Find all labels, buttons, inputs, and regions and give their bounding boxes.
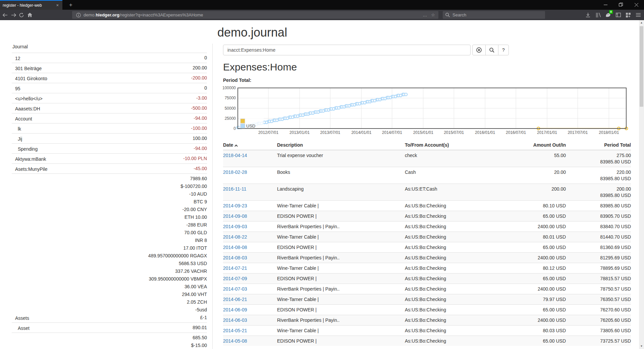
transaction-date-link[interactable]: 2014-07-21	[223, 265, 247, 271]
page-scrollbar[interactable]: ▲ ▼	[639, 20, 644, 349]
svg-text:25000: 25000	[225, 116, 236, 121]
sidebar-account-row: Cash685.50$-15.00-10 AUD-30.00 USD	[12, 333, 207, 349]
menu-button[interactable]	[633, 10, 643, 20]
transaction-date-link[interactable]: 2018-04-14	[223, 153, 247, 158]
transaction-date-link[interactable]: 2014-07-03	[223, 286, 247, 292]
minimize-button[interactable]	[598, 0, 613, 9]
transaction-period-total: 81440.70 USD	[566, 232, 631, 242]
page-actions-icon[interactable]: …	[423, 12, 427, 17]
transaction-date-link[interactable]: 2014-09-08	[223, 213, 247, 219]
column-header-account: To/From Account(s)	[405, 141, 502, 150]
sidebar-account-link[interactable]: 301 Beiträge	[12, 63, 86, 73]
scroll-up-arrow[interactable]: ▲	[639, 20, 644, 26]
transaction-date-link[interactable]: 2014-05-08	[223, 338, 247, 344]
sidebar-account-link[interactable]: Assets	[12, 174, 86, 323]
search-icon	[445, 13, 450, 17]
table-row: 2014-09-08EDISON POWER |As:US:Bo:Checkin…	[223, 211, 631, 221]
transaction-date-link[interactable]: 2016-11-11	[223, 186, 247, 192]
transaction-date-link[interactable]: 2014-08-08	[223, 245, 247, 250]
url-bar[interactable]: demo.hledger.org/register?q=inacct%3AExp…	[72, 11, 438, 19]
search-submit-button[interactable]	[485, 45, 498, 55]
new-tab-button[interactable]: +	[66, 0, 76, 10]
transaction-date-link[interactable]: 2014-09-23	[223, 203, 247, 208]
sidebar-account-balance: 0	[86, 83, 207, 93]
sidebar-account-link[interactable]: Aktywa:mBank	[12, 154, 86, 164]
tab-close-icon[interactable]: ×	[55, 3, 60, 8]
close-button[interactable]	[629, 0, 644, 9]
bookmark-star-icon[interactable]: ☆	[431, 12, 435, 17]
browser-tab[interactable]: register - hledger-web ×	[0, 0, 62, 10]
scroll-down-arrow[interactable]: ▼	[639, 344, 644, 349]
transaction-description: Landscaping	[277, 184, 405, 201]
sidebar: Journal 120301 Beiträge200.004101 Giroko…	[12, 42, 207, 349]
downloads-button[interactable]	[583, 10, 593, 20]
restore-button[interactable]	[613, 0, 629, 9]
transaction-account: As:US:Bo:Checking	[405, 336, 502, 346]
sidebar-account-link[interactable]: Aaasets:DH	[12, 103, 86, 113]
transaction-amount: 55.00	[502, 150, 566, 167]
forward-button[interactable]	[9, 10, 18, 20]
sidebar-account-link[interactable]: Spending	[12, 144, 86, 154]
browser-toolbar: demo.hledger.org/register?q=inacct%3AExp…	[0, 10, 644, 20]
sidebar-account-link[interactable]: Account	[12, 113, 86, 123]
transaction-date-link[interactable]: 2014-08-03	[223, 255, 247, 260]
query-input[interactable]	[223, 45, 471, 55]
browser-search-field[interactable]: Search	[443, 11, 545, 19]
apps-grid-button[interactable]	[623, 10, 633, 20]
transaction-date-link[interactable]: 2014-07-09	[223, 276, 247, 281]
sidebar-toggle-button[interactable]	[613, 10, 623, 20]
sidebar-account-link[interactable]: 95	[12, 83, 86, 93]
reload-button[interactable]	[17, 10, 26, 20]
svg-text:2017/01/01: 2017/01/01	[537, 130, 557, 135]
sidebar-account-link[interactable]: 12	[12, 53, 86, 63]
scrollbar-thumb[interactable]	[640, 26, 643, 107]
back-button[interactable]	[1, 10, 9, 20]
sidebar-account-balance: -45.00	[86, 164, 207, 174]
transaction-amount: 80.01 USD	[502, 232, 566, 242]
home-icon	[28, 13, 32, 17]
sidebar-account-link[interactable]: Cash	[12, 333, 86, 349]
svg-text:75000: 75000	[225, 96, 236, 100]
transaction-account: check	[405, 150, 502, 167]
column-header-date[interactable]: Date	[223, 141, 277, 150]
extension-button[interactable]: 0	[603, 10, 613, 20]
sidebar-account-balance: 890.01	[86, 323, 207, 333]
sidebar-account-link[interactable]: lk	[12, 123, 86, 134]
sidebar-account-balance: -3.00	[86, 93, 207, 103]
transaction-date-link[interactable]: 2014-08-22	[223, 234, 247, 240]
sort-ascending-icon	[234, 145, 238, 147]
site-info-icon[interactable]	[76, 13, 81, 17]
home-button[interactable]	[25, 10, 34, 20]
back-icon	[3, 13, 8, 17]
sidebar-account-row: Aktywa:mBank-10.00 PLN	[12, 154, 207, 164]
transaction-date-link[interactable]: 2014-06-09	[223, 307, 247, 312]
hamburger-menu-icon	[636, 13, 641, 17]
transaction-date-link[interactable]: 2014-09-03	[223, 224, 247, 229]
sidebar-toggle-icon	[616, 13, 621, 17]
svg-text:2013/07/01: 2013/07/01	[320, 130, 340, 135]
library-button[interactable]	[593, 10, 603, 20]
clear-query-button[interactable]	[472, 45, 486, 55]
forward-icon	[11, 13, 16, 17]
table-row: 2016-11-11LandscapingAs:US:ET:Cash200.00…	[223, 184, 631, 201]
sidebar-account-link[interactable]: 4101 Girokonto	[12, 73, 86, 83]
transaction-date-link[interactable]: 2018-02-28	[223, 169, 247, 175]
url-text[interactable]: demo.hledger.org/register?q=inacct%3AExp…	[84, 12, 423, 17]
transaction-date-link[interactable]: 2014-06-03	[223, 317, 247, 323]
transaction-amount: 80.10 USD	[502, 201, 566, 211]
sidebar-account-link[interactable]: <u>hello</u>	[12, 93, 86, 103]
register-rows: 2018-04-14Trial expense vouchercheck55.0…	[223, 150, 631, 346]
svg-text:2016/07/01: 2016/07/01	[506, 130, 526, 135]
sidebar-account-link[interactable]: Asets:MunyPile	[12, 164, 86, 174]
sidebar-account-row: 301 Beiträge200.00	[12, 63, 207, 73]
column-header-period-total: Period Total	[566, 141, 631, 150]
transaction-date-link[interactable]: 2014-06-21	[223, 297, 247, 302]
transaction-account: As:US:Bo:Checking	[405, 253, 502, 263]
transaction-account: Cash	[405, 167, 502, 184]
transaction-period-total: 275.0083985.80 USD	[566, 150, 631, 167]
sidebar-account-link[interactable]: Asset	[12, 323, 86, 333]
transaction-date-link[interactable]: 2014-05-21	[223, 328, 247, 333]
help-button[interactable]: ?	[498, 45, 509, 55]
sidebar-journal-link[interactable]: Journal	[12, 42, 86, 53]
sidebar-account-link[interactable]: Jij	[12, 134, 86, 144]
